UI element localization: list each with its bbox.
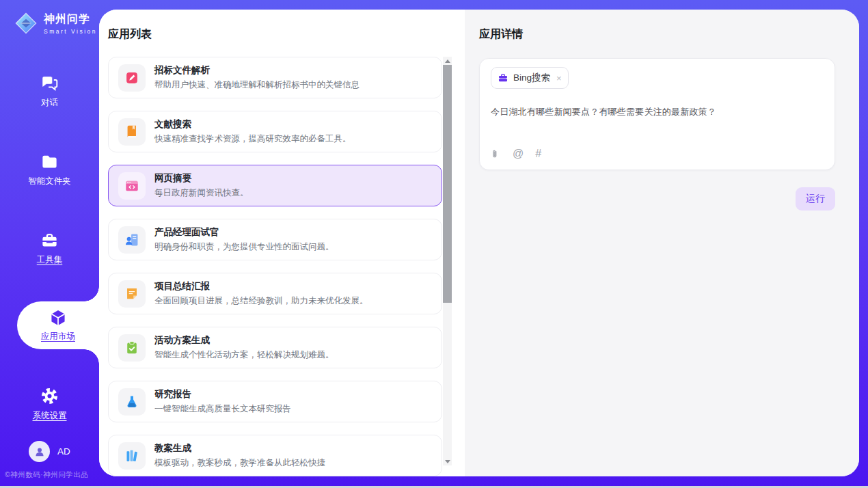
folder-icon [40,152,59,171]
app-icon [118,442,146,470]
app-card-description: 模板驱动，教案秒成，教学准备从此轻松快捷 [154,457,325,469]
app-card[interactable]: 网页摘要 每日政府新闻资讯快查。 [108,165,442,206]
briefcase-icon [498,72,508,83]
sidebar-item-toolset[interactable]: 工具集 [0,231,99,266]
app-card-title: 产品经理面试官 [154,226,334,239]
app-card[interactable]: 文献搜索 快速精准查找学术资源，提高研究效率的必备工具。 [108,111,442,152]
sidebar-item-settings[interactable]: 系统设置 [0,387,99,422]
avatar [29,441,50,462]
app-card-description: 帮助用户快速、准确地理解和解析招标书中的关键信息 [154,79,360,91]
composer-toolbar: @ # [491,148,541,160]
app-list-title: 应用列表 [108,27,465,42]
prompt-card[interactable]: Bing搜索 × 今日湖北有哪些新闻要点？有哪些需要关注的最新政策？ @ # [479,58,835,170]
scrollbar-thumb[interactable] [443,65,452,303]
brand-logo: 神州问学 Smart Vision [0,0,99,36]
toolbox-icon [40,231,59,249]
sidebar: 神州问学 Smart Vision 对话 智能文件夹 [0,0,99,488]
app-card-description: 一键智能生成高质量长文本研究报告 [154,403,291,415]
app-card[interactable]: 教案生成 模板驱动，教案秒成，教学准备从此轻松快捷 [108,435,442,476]
run-button[interactable]: 运行 [796,187,835,211]
app-icon [118,226,146,254]
app-detail-title: 应用详情 [479,27,835,42]
gear-icon [40,387,59,405]
app-card-list: 招标文件解析 帮助用户快速、准确地理解和解析招标书中的关键信息 文献搜索 快速精… [108,57,442,476]
app-icon [118,334,146,362]
app-icon [118,280,146,308]
hash-icon[interactable]: # [535,148,541,160]
app-list-panel: 应用列表 招标文件解析 帮助用户快速、准确地理解和解析招标书中的关键信息 文献搜… [99,10,465,476]
sidebar-item-chat[interactable]: 对话 [0,74,99,109]
sidebar-item-label: 对话 [41,97,58,109]
sidebar-item-app-market[interactable]: 应用市场 [17,301,99,349]
brand-subtitle: Smart Vision [44,28,97,35]
app-card-title: 网页摘要 [154,172,249,185]
scroll-up-arrow[interactable] [443,57,452,65]
sidebar-item-label: 工具集 [37,254,63,266]
diamond-logo-icon [14,11,38,36]
app-card[interactable]: 项目总结汇报 全面回顾项目进展，总结经验教训，助力未来优化发展。 [108,273,442,314]
tool-tag-label: Bing搜索 [513,72,550,84]
app-card-title: 活动方案生成 [154,334,334,347]
sidebar-item-label: 系统设置 [33,410,67,422]
sidebar-item-label: 智能文件夹 [28,176,71,187]
app-card-description: 快速精准查找学术资源，提高研究效率的必备工具。 [154,133,351,145]
app-card[interactable]: 招标文件解析 帮助用户快速、准确地理解和解析招标书中的关键信息 [108,57,442,98]
app-card-description: 每日政府新闻资讯快查。 [154,187,249,199]
sidebar-item-smart-folder[interactable]: 智能文件夹 [0,152,99,187]
chat-icon [40,74,59,92]
app-card-description: 明确身份和职责，为您提供专业性的面试问题。 [154,241,334,253]
app-card[interactable]: 研究报告 一键智能生成高质量长文本研究报告 [108,381,442,422]
main-content: 应用列表 招标文件解析 帮助用户快速、准确地理解和解析招标书中的关键信息 文献搜… [99,10,859,476]
app-icon [118,388,146,416]
app-detail-panel: 应用详情 Bing搜索 × 今日湖北有哪些新闻要点？有哪些需要关注的最新政策？ … [465,10,859,476]
paperclip-icon[interactable] [491,148,501,160]
app-card-description: 智能生成个性化活动方案，轻松解决规划难题。 [154,349,334,361]
prompt-text[interactable]: 今日湖北有哪些新闻要点？有哪些需要关注的最新政策？ [491,106,824,118]
close-icon[interactable]: × [556,73,562,83]
app-card-title: 研究报告 [154,388,291,401]
app-card-title: 招标文件解析 [154,64,360,77]
copyright-footer: ©神州数码·神州问学出品 [5,470,88,480]
brand-name: 神州问学 [44,12,97,27]
user-account[interactable]: AD [0,441,99,462]
sidebar-item-label: 应用市场 [41,331,75,342]
user-initials: AD [57,446,70,457]
cube-icon [49,308,68,327]
scrollbar[interactable] [443,57,452,465]
app-card-description: 全面回顾项目进展，总结经验教训，助力未来优化发展。 [154,295,368,307]
app-icon [118,118,146,146]
app-card[interactable]: 产品经理面试官 明确身份和职责，为您提供专业性的面试问题。 [108,219,442,260]
app-icon [118,172,146,200]
scroll-down-arrow[interactable] [443,457,452,465]
mention-icon[interactable]: @ [513,148,524,160]
app-card-title: 项目总结汇报 [154,280,368,293]
app-card[interactable]: 活动方案生成 智能生成个性化活动方案，轻松解决规划难题。 [108,327,442,368]
app-card-title: 文献搜索 [154,118,351,131]
app-icon [118,64,146,92]
tool-tag-bing-search[interactable]: Bing搜索 × [491,67,569,89]
app-card-title: 教案生成 [154,442,325,455]
